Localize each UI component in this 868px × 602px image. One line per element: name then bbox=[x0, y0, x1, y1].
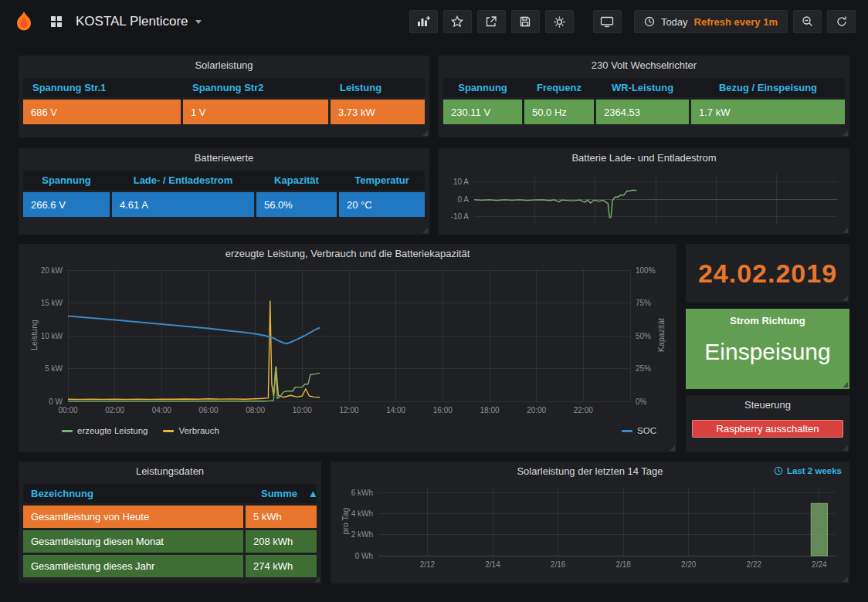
panel-solarleistung: Solarleistung Spannung Str.1 Spannung St… bbox=[19, 56, 429, 137]
svg-text:5 kW: 5 kW bbox=[45, 364, 63, 373]
totals-table: Bezeichnung Summe▲ Gesamtleistung von He… bbox=[23, 484, 317, 577]
column-header[interactable]: Spannung bbox=[443, 82, 522, 93]
row-value-cell: 274 kWh bbox=[246, 555, 317, 577]
svg-text:22:00: 22:00 bbox=[574, 406, 593, 414]
panel-title[interactable]: erzeugte Leistung, Verbrauch und die Bat… bbox=[19, 244, 676, 264]
panel-title[interactable]: Strom Richtung bbox=[686, 309, 849, 326]
column-header[interactable]: Leistung bbox=[331, 82, 425, 93]
row-label-cell: Gesamtleistung diesen Monat bbox=[23, 530, 243, 553]
svg-text:0%: 0% bbox=[636, 397, 647, 406]
clock-icon bbox=[774, 466, 783, 475]
last14-bar-chart[interactable]: 2/122/142/162/182/202/222/240 Wh2 kWh4 k… bbox=[344, 482, 845, 574]
row-value-cell: 5 kWh bbox=[246, 506, 317, 528]
value-cell: 230.11 V bbox=[443, 100, 522, 124]
main-chart[interactable]: 00:0002:0004:0006:0008:0010:0012:0014:00… bbox=[29, 264, 670, 421]
svg-text:06:00: 06:00 bbox=[198, 406, 218, 414]
table-row: Gesamtleistung dieses Jahr 274 kWh bbox=[23, 555, 317, 577]
column-header[interactable]: Spannung Str2 bbox=[183, 82, 328, 93]
column-header[interactable]: Bezug / Einspeisung bbox=[691, 82, 845, 93]
left-axis-label: Leistung bbox=[29, 313, 39, 357]
battery-current-chart[interactable]: 10 A0 A-10 A bbox=[443, 168, 845, 230]
column-header[interactable]: Bezeichnung bbox=[23, 488, 243, 499]
panel-title[interactable]: Solarleistung bbox=[19, 56, 429, 76]
svg-text:16:00: 16:00 bbox=[433, 406, 453, 414]
legend-swatch bbox=[62, 430, 73, 432]
dashboard-title: KOSTAL Plenticore bbox=[76, 14, 188, 29]
svg-text:2 kWh: 2 kWh bbox=[351, 530, 373, 539]
dashboard-title-dropdown[interactable]: KOSTAL Plenticore bbox=[76, 14, 202, 29]
svg-text:10 kW: 10 kW bbox=[41, 332, 63, 340]
svg-text:00:00: 00:00 bbox=[58, 406, 77, 414]
column-header[interactable]: WR-Leistung bbox=[596, 82, 689, 93]
legend-item[interactable]: erzeugte Leistung bbox=[62, 426, 147, 435]
column-header[interactable]: Temperatur bbox=[339, 174, 425, 186]
panel-strom-richtung: Strom Richtung Einspeisung bbox=[686, 309, 849, 389]
value-cell: 20 °C bbox=[339, 192, 425, 217]
panel-title[interactable]: Leistungsdaten bbox=[19, 462, 321, 482]
value-cell: 1.7 kW bbox=[691, 100, 845, 124]
apps-grid-icon[interactable] bbox=[46, 12, 66, 32]
svg-text:100%: 100% bbox=[636, 266, 656, 275]
table-value-row: 266.6 V 4.61 A 56.0% 20 °C bbox=[23, 192, 425, 217]
column-header[interactable]: Kapazität bbox=[256, 174, 337, 186]
table-header-row: Spannung Lade- / Entladestrom Kapazität … bbox=[23, 171, 425, 190]
column-header[interactable]: Spannung bbox=[23, 174, 110, 186]
panel-title[interactable]: Batterie Lade- und Entladestrom bbox=[439, 148, 849, 168]
cycle-view-button[interactable] bbox=[593, 10, 622, 33]
svg-text:10:00: 10:00 bbox=[293, 406, 312, 414]
legend-label: SOC bbox=[637, 426, 656, 435]
gear-icon bbox=[553, 15, 566, 29]
svg-text:50%: 50% bbox=[636, 332, 651, 340]
panel-title[interactable]: 230 Volt Wechselrichter bbox=[439, 56, 849, 76]
legend-label: erzeugte Leistung bbox=[77, 426, 147, 435]
refresh-icon bbox=[836, 15, 848, 28]
column-header-sorted[interactable]: Summe▲ bbox=[246, 488, 317, 499]
zoom-out-button[interactable] bbox=[793, 10, 822, 33]
refresh-button[interactable] bbox=[827, 10, 856, 33]
time-range-badge[interactable]: Last 2 weeks bbox=[774, 466, 842, 475]
panel-leistungsdaten: Leistungsdaten Bezeichnung Summe▲ Gesamt… bbox=[19, 462, 321, 583]
panel-title[interactable]: Batteriewerte bbox=[19, 148, 429, 168]
svg-text:2/24: 2/24 bbox=[812, 560, 827, 569]
row-label-cell: Gesamtleistung dieses Jahr bbox=[23, 555, 243, 577]
value-cell: 3.73 kW bbox=[331, 100, 425, 124]
raspberry-shutdown-button[interactable]: Raspberry ausschalten bbox=[692, 420, 843, 438]
column-header[interactable]: Lade- / Entladestrom bbox=[112, 174, 254, 186]
save-button[interactable] bbox=[511, 10, 540, 33]
legend-label: Verbrauch bbox=[178, 426, 219, 435]
add-panel-button[interactable] bbox=[409, 10, 438, 33]
column-header[interactable]: Frequenz bbox=[524, 82, 594, 93]
share-button[interactable] bbox=[477, 10, 506, 33]
time-picker[interactable]: Today Refresh every 1m bbox=[634, 10, 788, 33]
grafana-logo[interactable] bbox=[12, 10, 36, 33]
legend-item[interactable]: SOC bbox=[622, 426, 656, 435]
sort-asc-icon: ▲ bbox=[300, 488, 318, 499]
value-cell: 56.0% bbox=[256, 192, 337, 217]
panel-batteriewerte: Batteriewerte Spannung Lade- / Entladest… bbox=[19, 148, 429, 235]
bar-axis-label: pro Tag bbox=[341, 502, 350, 540]
svg-text:15 kW: 15 kW bbox=[41, 299, 63, 307]
right-axis-label: Kapazität bbox=[656, 313, 666, 357]
panel-leistung-verbrauch-chart: erzeugte Leistung, Verbrauch und die Bat… bbox=[19, 244, 676, 452]
panel-title[interactable]: Steuerung bbox=[686, 395, 849, 415]
value-cell: 2364.53 bbox=[596, 100, 689, 124]
table-header-row: Spannung Frequenz WR-Leistung Bezug / Ei… bbox=[443, 78, 845, 97]
svg-text:2/20: 2/20 bbox=[681, 560, 697, 569]
panel-title[interactable]: Solarleistung der letzten 14 Tage bbox=[331, 462, 849, 482]
column-header[interactable]: Spannung Str.1 bbox=[23, 82, 181, 93]
settings-button[interactable] bbox=[545, 10, 574, 33]
table-value-row: 686 V 1 V 3.73 kW bbox=[23, 100, 425, 124]
svg-text:04:00: 04:00 bbox=[152, 406, 171, 414]
svg-text:0 Wh: 0 Wh bbox=[355, 552, 373, 560]
monitor-icon bbox=[600, 16, 614, 28]
star-button[interactable] bbox=[443, 10, 472, 33]
table-row: Gesamtleistung von Heute 5 kWh bbox=[23, 506, 317, 528]
save-icon bbox=[519, 15, 531, 28]
share-icon bbox=[485, 15, 497, 28]
legend-item[interactable]: Verbrauch bbox=[163, 426, 219, 435]
legend-swatch bbox=[163, 430, 174, 432]
svg-text:4 kWh: 4 kWh bbox=[351, 509, 373, 518]
row-value-cell: 208 kWh bbox=[246, 530, 317, 553]
svg-text:20 kW: 20 kW bbox=[41, 266, 63, 275]
svg-text:2/14: 2/14 bbox=[485, 560, 500, 569]
